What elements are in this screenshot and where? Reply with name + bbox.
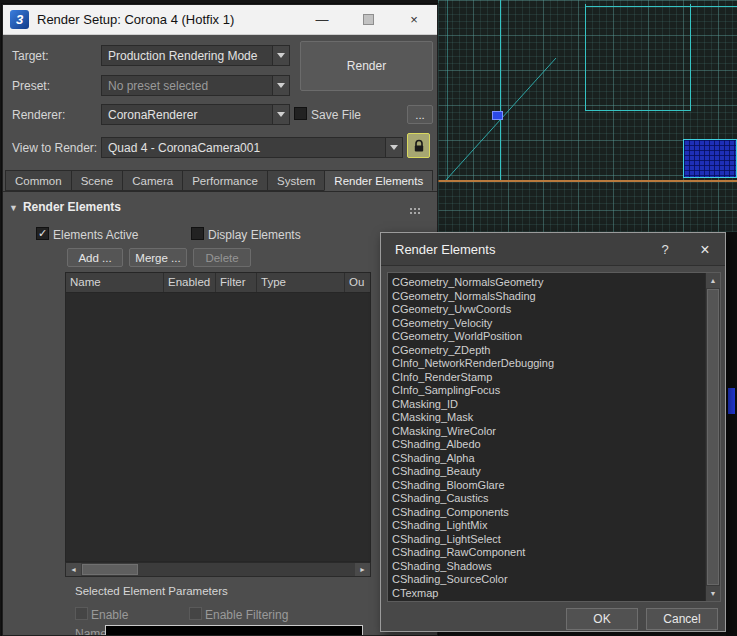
list-item[interactable]: CMasking_WireColor <box>392 425 705 439</box>
list-item[interactable]: CShading_Shadows <box>392 560 705 574</box>
column-header-output[interactable]: Ou <box>345 273 370 292</box>
view-to-render-value: Quad 4 - CoronaCamera001 <box>102 141 385 155</box>
minimize-button[interactable]: — <box>299 5 345 34</box>
rollout-collapse-icon: ▼ <box>9 203 18 213</box>
list-item[interactable]: CTexmap <box>392 587 705 601</box>
column-header-filter[interactable]: Filter <box>216 273 257 292</box>
element-type-items: CGeometry_NormalsGeometry CGeometry_Norm… <box>388 274 705 601</box>
list-item[interactable]: CGeometry_UvwCoords <box>392 303 705 317</box>
render-setup-titlebar[interactable]: 3 Render Setup: Corona 4 (Hotfix 1) — × <box>3 5 437 35</box>
preset-dropdown[interactable]: No preset selected <box>101 75 290 96</box>
scrollbar-thumb[interactable] <box>707 289 719 585</box>
save-file-checkbox[interactable] <box>294 107 307 120</box>
rollout-title: Render Elements <box>23 200 121 214</box>
list-vertical-scrollbar[interactable]: ▲ ▼ <box>705 273 720 601</box>
render-button[interactable]: Render <box>300 41 433 91</box>
scrollbar-track[interactable] <box>81 563 355 576</box>
list-item[interactable]: CMasking_Mask <box>392 411 705 425</box>
viewport-right-strip <box>726 232 737 636</box>
elements-table: Name Enabled Filter Type Ou <box>65 272 371 562</box>
table-horizontal-scrollbar[interactable]: ◄ ► <box>65 562 371 577</box>
elements-active-label: Elements Active <box>53 228 138 242</box>
list-item[interactable]: CShading_BloomGlare <box>392 479 705 493</box>
scroll-right-icon[interactable]: ► <box>355 563 370 576</box>
scroll-down-icon[interactable]: ▼ <box>706 586 720 601</box>
display-elements-checkbox[interactable] <box>191 227 204 240</box>
list-item[interactable]: CShading_Caustics <box>392 492 705 506</box>
element-type-list[interactable]: CGeometry_NormalsGeometry CGeometry_Norm… <box>387 272 721 602</box>
chevron-down-icon <box>272 76 289 95</box>
tab-common[interactable]: Common <box>5 170 72 191</box>
window-title: Render Setup: Corona 4 (Hotfix 1) <box>37 12 234 27</box>
list-item[interactable]: CShading_LightMix <box>392 519 705 533</box>
list-item[interactable]: CShading_RawComponent <box>392 546 705 560</box>
right-strip-blue-mark <box>728 388 735 414</box>
screen: 3 Render Setup: Corona 4 (Hotfix 1) — × … <box>0 0 737 636</box>
dialog-title: Render Elements <box>395 242 495 257</box>
tab-performance[interactable]: Performance <box>182 170 268 191</box>
cancel-button[interactable]: Cancel <box>646 608 718 630</box>
list-item[interactable]: CMasking_ID <box>392 398 705 412</box>
dialog-close-button[interactable]: × <box>691 233 719 266</box>
column-header-type[interactable]: Type <box>257 273 345 292</box>
renderer-dropdown-value: CoronaRenderer <box>102 108 272 122</box>
element-name-input[interactable] <box>105 625 363 636</box>
target-dropdown[interactable]: Production Rendering Mode <box>101 45 290 66</box>
column-header-enabled[interactable]: Enabled <box>164 273 216 292</box>
window-controls: — × <box>299 5 437 34</box>
checkmark-icon: ✓ <box>38 228 47 239</box>
enable-label: Enable <box>91 608 128 622</box>
chevron-down-icon <box>272 105 289 124</box>
list-item[interactable]: CShading_SourceColor <box>392 573 705 587</box>
delete-button[interactable]: Delete <box>193 248 251 267</box>
maximize-icon <box>363 14 374 25</box>
list-item[interactable]: CGeometry_WorldPosition <box>392 330 705 344</box>
render-elements-rollout-header[interactable]: ▼Render Elements <box>9 200 121 214</box>
ok-button[interactable]: OK <box>566 608 638 630</box>
elements-active-checkbox[interactable]: ✓ <box>36 227 49 240</box>
list-item[interactable]: CShading_Components <box>392 506 705 520</box>
tab-camera[interactable]: Camera <box>122 170 183 191</box>
scroll-up-icon[interactable]: ▲ <box>706 273 720 288</box>
enable-filtering-checkbox[interactable] <box>189 607 202 620</box>
vertex-marker <box>492 111 503 120</box>
list-item[interactable]: CGeometry_ZDepth <box>392 344 705 358</box>
merge-button[interactable]: Merge ... <box>129 248 187 267</box>
list-item[interactable]: CGeometry_Velocity <box>392 317 705 331</box>
view-to-render-dropdown[interactable]: Quad 4 - CoronaCamera001 <box>101 137 403 158</box>
list-item[interactable]: CInfo_NetworkRenderDebugging <box>392 357 705 371</box>
tab-render-elements[interactable]: Render Elements <box>324 170 433 191</box>
list-item[interactable]: CShading_Albedo <box>392 438 705 452</box>
list-item[interactable]: CInfo_SamplingFocus <box>392 384 705 398</box>
column-header-name[interactable]: Name <box>66 273 164 292</box>
render-elements-dialog: Render Elements ? × CGeometry_NormalsGeo… <box>380 232 726 632</box>
tab-system[interactable]: System <box>267 170 325 191</box>
view-to-render-label: View to Render: <box>12 141 97 155</box>
renderer-dropdown[interactable]: CoronaRenderer <box>101 104 290 125</box>
add-button[interactable]: Add ... <box>67 248 123 267</box>
enable-checkbox[interactable] <box>75 607 88 620</box>
scrollbar-thumb[interactable] <box>82 564 138 575</box>
help-button[interactable]: ? <box>651 233 679 266</box>
lock-view-button[interactable] <box>407 133 430 158</box>
enable-filtering-label: Enable Filtering <box>205 608 288 622</box>
tab-scene[interactable]: Scene <box>71 170 124 191</box>
lock-icon <box>413 139 425 153</box>
scroll-left-icon[interactable]: ◄ <box>66 563 81 576</box>
spline-orange-line <box>438 180 737 182</box>
list-item[interactable]: CGeometry_NormalsGeometry <box>392 276 705 290</box>
list-item[interactable]: CInfo_RenderStamp <box>392 371 705 385</box>
list-item[interactable]: CGeometry_NormalsShading <box>392 290 705 304</box>
maximize-button[interactable] <box>345 5 391 34</box>
elements-table-body[interactable] <box>66 293 370 561</box>
list-item[interactable]: CShading_Beauty <box>392 465 705 479</box>
save-file-label: Save File <box>311 108 361 122</box>
dialog-titlebar[interactable]: Render Elements ? × <box>381 233 725 266</box>
renderer-label: Renderer: <box>12 108 65 122</box>
viewport[interactable] <box>438 0 737 232</box>
list-item[interactable]: CShading_LightSelect <box>392 533 705 547</box>
browse-button[interactable]: ... <box>407 105 433 124</box>
selected-object-blue <box>683 139 737 178</box>
close-button[interactable]: × <box>391 5 437 34</box>
list-item[interactable]: CShading_Alpha <box>392 452 705 466</box>
